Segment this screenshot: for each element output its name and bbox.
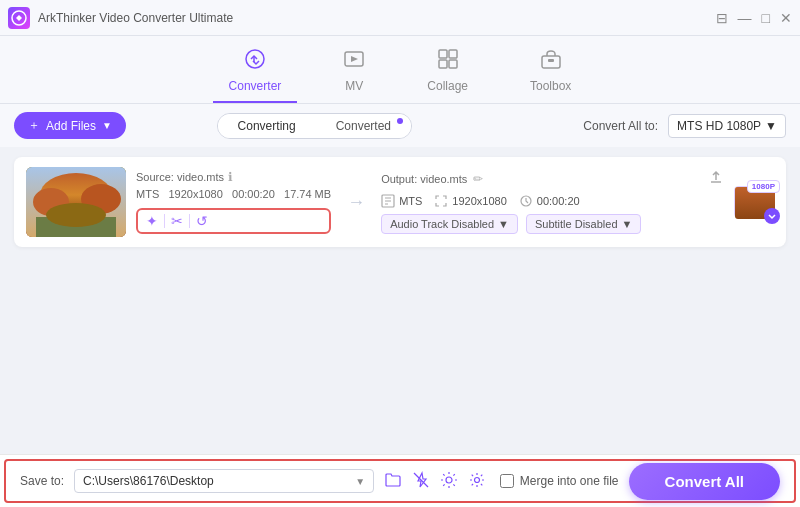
convert-all-label: Convert All [665, 473, 744, 490]
separator [164, 214, 165, 228]
output-duration-item: 00:00:20 [519, 194, 580, 208]
bottom-icons [384, 471, 486, 492]
file-item: Source: video.mts ℹ MTS 1920x1080 00:00:… [14, 157, 786, 247]
file-actions: ✦ ✂ ↺ [136, 208, 331, 234]
gear-icon[interactable] [468, 471, 486, 492]
chevron-down-icon: ▼ [102, 120, 112, 131]
converter-icon [244, 48, 266, 75]
svg-rect-5 [439, 60, 447, 68]
convert-all-to-select[interactable]: MTS HD 1080P ▼ [668, 114, 786, 138]
rotate-icon[interactable]: ↺ [196, 213, 208, 229]
toolbar: ＋ Add Files ▼ Converting Converted Conve… [0, 104, 800, 147]
file-thumbnail [26, 167, 126, 237]
svg-point-14 [46, 203, 106, 227]
source-info: Source: video.mts ℹ [136, 170, 331, 184]
menu-icon[interactable]: ⊟ [716, 10, 728, 26]
output-label: Output: video.mts [381, 173, 467, 185]
arrow-icon: → [347, 192, 365, 213]
effects-icon[interactable]: ✦ [146, 213, 158, 229]
merge-checkbox[interactable] [500, 474, 514, 488]
output-format-item: MTS [381, 194, 422, 208]
info-icon[interactable]: ℹ [228, 170, 233, 184]
tab-collage[interactable]: Collage [411, 42, 484, 103]
title-bar: ArkThinker Video Converter Ultimate ⊟ — … [0, 0, 800, 36]
app-title: ArkThinker Video Converter Ultimate [38, 11, 716, 25]
save-to-label: Save to: [20, 474, 64, 488]
converted-tab[interactable]: Converted [316, 114, 411, 138]
bottom-bar-outer: Save to: ▼ [0, 454, 800, 507]
convert-all-to-label: Convert All to: [583, 119, 658, 133]
convert-all-to-value: MTS HD 1080P [677, 119, 761, 133]
maximize-button[interactable]: □ [762, 10, 770, 26]
file-size: 17.74 MB [284, 188, 331, 200]
svg-rect-8 [548, 59, 554, 62]
save-to-input-wrap: ▼ [74, 469, 374, 493]
status-tab-group: Converting Converted [217, 113, 412, 139]
svg-point-1 [246, 50, 264, 68]
add-files-label: Add Files [46, 119, 96, 133]
converted-dot [397, 118, 403, 124]
collage-label: Collage [427, 79, 468, 93]
svg-point-20 [475, 477, 480, 482]
format-badge-button[interactable]: 1080P [734, 186, 774, 218]
output-duration: 00:00:20 [537, 195, 580, 207]
output-resolution: 1920x1080 [452, 195, 506, 207]
toolbox-icon [540, 48, 562, 75]
plus-icon: ＋ [28, 117, 40, 134]
source-label: Source: video.mts [136, 171, 224, 183]
converting-tab[interactable]: Converting [218, 114, 316, 138]
file-info-left: Source: video.mts ℹ MTS 1920x1080 00:00:… [136, 170, 331, 234]
converter-label: Converter [229, 79, 282, 93]
flash-off-icon[interactable] [412, 471, 430, 492]
folder-icon[interactable] [384, 471, 402, 492]
collage-icon [437, 48, 459, 75]
output-resolution-item: 1920x1080 [434, 194, 506, 208]
save-to-input[interactable] [83, 474, 355, 488]
add-files-button[interactable]: ＋ Add Files ▼ [14, 112, 126, 139]
svg-rect-3 [439, 50, 447, 58]
nav-tabs: Converter MV Collage [0, 36, 800, 104]
audio-track-dropdown[interactable]: Audio Track Disabled ▼ [381, 214, 518, 234]
svg-rect-6 [449, 60, 457, 68]
cut-icon[interactable]: ✂ [171, 213, 183, 229]
file-info-right: Output: video.mts ✏ [381, 170, 724, 234]
expand-icon [764, 208, 780, 224]
merge-text: Merge into one file [520, 474, 619, 488]
format-badge-wrap: 1080P [734, 186, 774, 218]
chevron-down-icon: ▼ [498, 218, 509, 230]
close-button[interactable]: ✕ [780, 10, 792, 26]
upload-icon[interactable] [708, 170, 724, 188]
toolbox-label: Toolbox [530, 79, 571, 93]
bottom-bar: Save to: ▼ [4, 459, 796, 503]
minimize-button[interactable]: — [738, 10, 752, 26]
mv-label: MV [345, 79, 363, 93]
separator [189, 214, 190, 228]
main-content: Source: video.mts ℹ MTS 1920x1080 00:00:… [0, 147, 800, 454]
format-badge: 1080P [747, 180, 780, 193]
merge-label: Merge into one file [500, 474, 619, 488]
output-header: Output: video.mts ✏ [381, 170, 724, 188]
output-meta: MTS 1920x1080 00:00:20 [381, 194, 724, 208]
tab-converter[interactable]: Converter [213, 42, 298, 103]
mv-icon [343, 48, 365, 75]
chevron-down-icon: ▼ [622, 218, 633, 230]
output-format: MTS [399, 195, 422, 207]
edit-icon[interactable]: ✏ [473, 172, 483, 186]
subtitle-dropdown[interactable]: Subtitle Disabled ▼ [526, 214, 641, 234]
file-resolution: 1920x1080 [168, 188, 222, 200]
chevron-down-icon: ▼ [355, 476, 365, 487]
file-meta: MTS 1920x1080 00:00:20 17.74 MB [136, 188, 331, 200]
window-controls: ⊟ — □ ✕ [716, 10, 792, 26]
tab-toolbox[interactable]: Toolbox [514, 42, 587, 103]
chevron-down-icon: ▼ [765, 119, 777, 133]
app-logo [8, 7, 30, 29]
settings-icon[interactable] [440, 471, 458, 492]
convert-all-button[interactable]: Convert All [629, 463, 780, 500]
file-duration: 00:00:20 [232, 188, 275, 200]
subtitle-label: Subtitle Disabled [535, 218, 618, 230]
thumbnail-image [26, 167, 126, 237]
file-format: MTS [136, 188, 159, 200]
output-dropdowns: Audio Track Disabled ▼ Subtitle Disabled… [381, 214, 724, 234]
svg-point-19 [446, 477, 452, 483]
tab-mv[interactable]: MV [327, 42, 381, 103]
